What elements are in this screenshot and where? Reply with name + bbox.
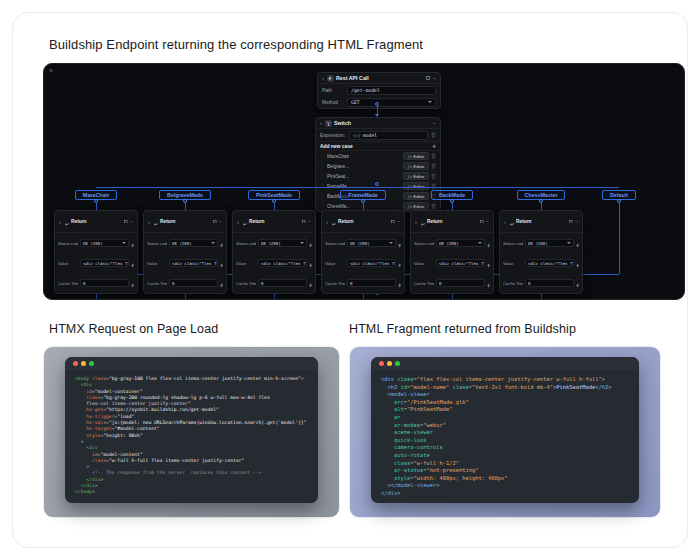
cache-time-input[interactable]: 0: [525, 279, 574, 287]
next-case-node[interactable]: Next case: True False: [54, 299, 138, 300]
next-case-node[interactable]: Next case: True False: [232, 299, 316, 300]
cache-time-input[interactable]: 0: [347, 279, 396, 287]
connect-icon[interactable]: [309, 234, 313, 252]
status-code-select[interactable]: OK (200): [258, 239, 307, 247]
connect-icon[interactable]: [398, 234, 402, 252]
delete-case-icon[interactable]: [431, 153, 436, 159]
return-node[interactable]: › Return − Status code OK (200): [321, 210, 405, 294]
expression-input[interactable]: {x} model: [349, 131, 428, 140]
connect-icon[interactable]: [131, 274, 135, 292]
drag-handle-icon[interactable]: ⋮: [320, 154, 325, 158]
expand-icon[interactable]: [391, 220, 395, 224]
connect-icon[interactable]: [220, 254, 224, 272]
connect-icon[interactable]: [131, 234, 135, 252]
switch-case-row[interactable]: ⋮ Belgrave... ƒx Editor: [316, 161, 440, 171]
minimize-icon[interactable]: −: [433, 121, 436, 126]
buildship-flow-canvas[interactable]: » › Rest API Call − Path /g: [43, 63, 685, 300]
cache-time-input[interactable]: 0: [258, 279, 307, 287]
delete-case-icon[interactable]: [431, 163, 436, 169]
minimize-icon[interactable]: −: [308, 219, 311, 224]
expand-icon[interactable]: [480, 220, 484, 224]
connect-icon[interactable]: [487, 234, 491, 252]
return-node[interactable]: › Return − Status code OK (200): [143, 210, 227, 294]
minimize-icon[interactable]: −: [433, 76, 436, 81]
connect-icon[interactable]: [220, 234, 224, 252]
expand-icon[interactable]: [302, 220, 306, 224]
cache-time-input[interactable]: 0: [80, 279, 129, 287]
collapse-chevron-icon[interactable]: ›: [59, 219, 61, 225]
value-input[interactable]: <div class="flex flex-co...: [347, 259, 396, 267]
switch-case-row[interactable]: ⋮ MazeChair ƒx Editor: [316, 151, 440, 161]
collapse-chevron-icon[interactable]: ›: [322, 75, 324, 81]
next-case-node[interactable]: Next case: True False: [410, 299, 494, 300]
minimize-icon[interactable]: −: [130, 219, 133, 224]
switch-case-row[interactable]: ⋮ PinkSeat... ƒx Editor: [316, 171, 440, 181]
node-title: Return: [516, 219, 531, 224]
connect-icon[interactable]: [305, 299, 309, 301]
connect-icon[interactable]: [131, 254, 135, 272]
delete-icon[interactable]: [431, 132, 436, 138]
case-editor-button[interactable]: ƒx Editor: [403, 152, 428, 160]
return-node[interactable]: › Return − Status code OK (200): [499, 210, 583, 294]
return-node[interactable]: › Return − Status code OK (200): [232, 210, 316, 294]
collapse-chevron-icon[interactable]: ›: [326, 219, 328, 225]
next-case-node[interactable]: Next case: True False: [499, 299, 583, 300]
case-editor-button[interactable]: ƒx Editor: [403, 172, 428, 180]
cache-time-input[interactable]: 0: [169, 279, 218, 287]
delete-case-icon[interactable]: [431, 183, 436, 189]
return-node[interactable]: › Return − Status code OK (200): [54, 210, 138, 294]
branch-body: › Return − Status code OK (200): [143, 203, 227, 300]
connect-icon[interactable]: [487, 274, 491, 292]
value-label: Value: [414, 261, 434, 266]
connect-icon[interactable]: [487, 254, 491, 272]
minimize-icon[interactable]: −: [219, 219, 222, 224]
sidebar-collapse-icon[interactable]: »: [49, 67, 53, 74]
expand-icon[interactable]: [426, 76, 430, 80]
status-code-select[interactable]: OK (200): [436, 239, 485, 247]
connect-icon[interactable]: [576, 274, 580, 292]
connect-icon[interactable]: [216, 299, 220, 301]
connect-icon[interactable]: [398, 254, 402, 272]
case-editor-button[interactable]: ƒx Editor: [403, 182, 428, 190]
collapse-chevron-icon[interactable]: ›: [504, 219, 506, 225]
minimize-icon[interactable]: −: [486, 219, 489, 224]
value-input[interactable]: <div class="flex flex-co...: [436, 259, 485, 267]
status-code-select[interactable]: OK (200): [525, 239, 574, 247]
connect-icon[interactable]: [398, 274, 402, 292]
value-input[interactable]: <div class="flex flex-co...: [80, 259, 129, 267]
case-editor-button[interactable]: ƒx Editor: [403, 162, 428, 170]
connect-icon[interactable]: [309, 254, 313, 272]
add-case-button[interactable]: +: [432, 144, 436, 149]
drag-handle-icon[interactable]: ⋮: [320, 164, 325, 168]
return-node[interactable]: › Return − Status code OK (200): [410, 210, 494, 294]
status-code-select[interactable]: OK (200): [169, 239, 218, 247]
method-select[interactable]: GET: [347, 98, 436, 107]
next-case-node[interactable]: Next case: True False: [143, 299, 227, 300]
value-input[interactable]: <div class="flex flex-co...: [169, 259, 218, 267]
expand-icon[interactable]: [124, 220, 128, 224]
expand-icon[interactable]: [213, 220, 217, 224]
rest-api-call-node[interactable]: › Rest API Call − Path /get-model: [317, 72, 441, 109]
cache-time-input[interactable]: 0: [436, 279, 485, 287]
connect-icon[interactable]: [127, 299, 131, 301]
drag-handle-icon[interactable]: ⋮: [320, 174, 325, 178]
method-label: Method: [322, 100, 344, 105]
value-input[interactable]: <div class="flex flex-co...: [525, 259, 574, 267]
connect-icon[interactable]: [572, 299, 576, 301]
expand-icon[interactable]: [569, 220, 573, 224]
next-case-node[interactable]: Next case: True False: [321, 299, 405, 300]
connect-icon[interactable]: [220, 274, 224, 292]
value-input[interactable]: <div class="flex flex-co...: [258, 259, 307, 267]
collapse-chevron-icon[interactable]: ›: [237, 219, 239, 225]
status-code-select[interactable]: OK (200): [347, 239, 396, 247]
collapse-chevron-icon[interactable]: ›: [148, 219, 150, 225]
connect-icon[interactable]: [483, 299, 487, 301]
delete-case-icon[interactable]: [431, 173, 436, 179]
collapse-chevron-icon[interactable]: ›: [415, 219, 417, 225]
status-code-select[interactable]: OK (200): [80, 239, 129, 247]
minimize-icon[interactable]: −: [397, 219, 400, 224]
path-input[interactable]: /get-model: [347, 86, 436, 95]
connect-icon[interactable]: [394, 299, 398, 301]
connect-icon[interactable]: [309, 274, 313, 292]
collapse-chevron-icon[interactable]: ›: [320, 120, 322, 126]
